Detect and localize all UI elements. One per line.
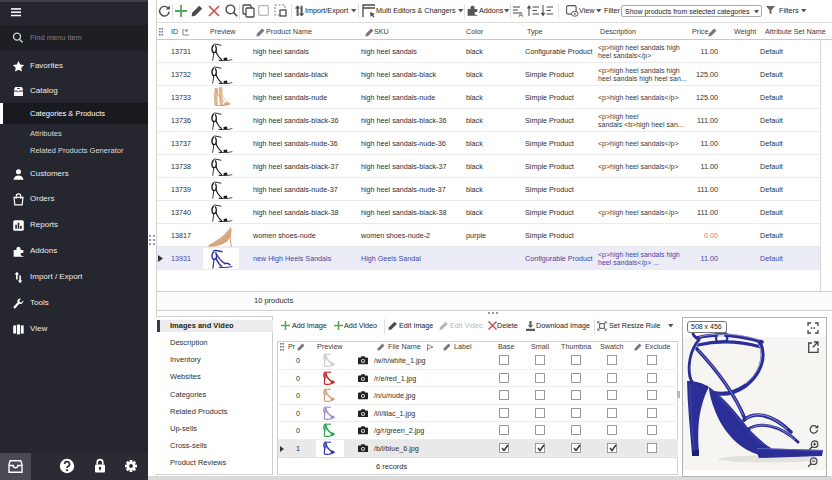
svg-text:A: A [519, 11, 524, 17]
